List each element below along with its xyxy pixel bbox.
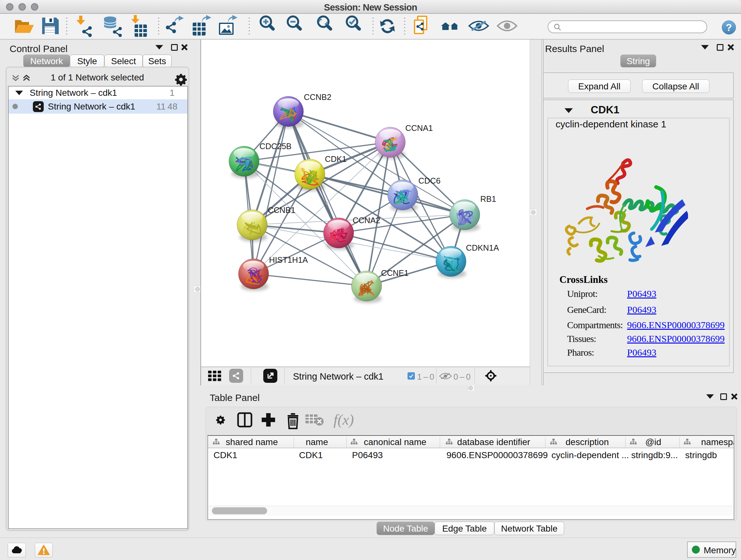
svg-text:CDC6: CDC6 <box>418 176 441 185</box>
svg-text:CDKN1A: CDKN1A <box>466 243 499 252</box>
svg-text:CCNB1: CCNB1 <box>268 206 295 214</box>
svg-text:CCNE1: CCNE1 <box>381 268 408 277</box>
svg-text:CCNA1: CCNA1 <box>405 124 433 132</box>
svg-text:CDC25B: CDC25B <box>259 142 292 151</box>
svg-text:HIST1H1A: HIST1H1A <box>269 255 308 264</box>
svg-text:CCNA2: CCNA2 <box>353 216 380 225</box>
svg-text:f(x): f(x) <box>333 412 354 428</box>
svg-text:RB1: RB1 <box>480 194 496 203</box>
svg-text:CCNB2: CCNB2 <box>304 92 331 102</box>
svg-text:CDK1: CDK1 <box>325 154 347 164</box>
